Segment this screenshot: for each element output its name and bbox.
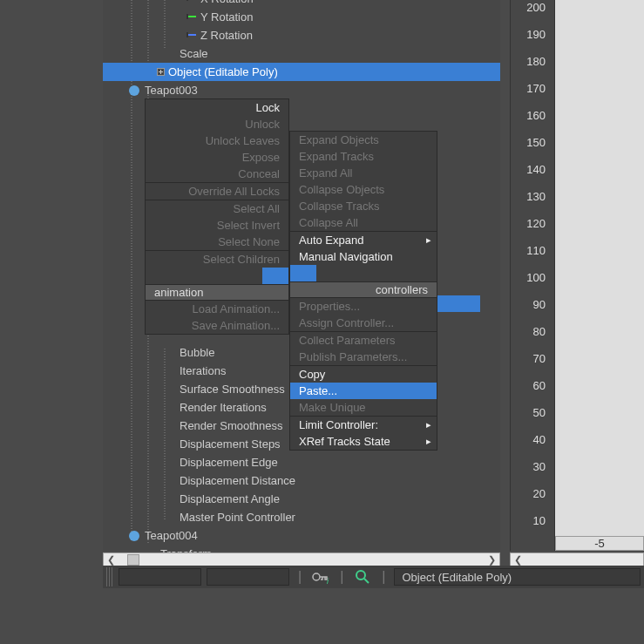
scroll-right-icon[interactable]: ❯ — [485, 553, 499, 566]
menu-unlock-leaves[interactable]: Unlock Leaves — [146, 132, 288, 149]
ruler-tick: 40 — [533, 433, 546, 446]
ruler-tick: 60 — [533, 379, 546, 392]
menu-assign-controller[interactable]: Assign Controller... — [290, 315, 437, 331]
ruler-tick: 10 — [533, 514, 546, 527]
object-dot-icon — [129, 531, 139, 541]
menu-collapse-all[interactable]: Collapse All — [290, 214, 437, 231]
scroll-track[interactable] — [525, 553, 643, 566]
menu-xref-tracks[interactable]: XRef Tracks State — [290, 433, 437, 450]
menu-unlock[interactable]: Unlock — [146, 116, 288, 132]
tree-master-point-controller[interactable]: Master Point Controller — [103, 508, 500, 526]
tree-label: Render Iterations — [180, 401, 267, 414]
menu-expand-objects[interactable]: Expand Objects — [290, 132, 437, 148]
tree-scale[interactable]: Scale — [103, 44, 500, 63]
key-info-icon[interactable]: i — [310, 567, 331, 586]
ruler-tick: 90 — [533, 298, 546, 311]
separator: | — [336, 569, 347, 585]
menu-highlight-extension — [437, 295, 480, 312]
menu-override-locks[interactable]: Override All Locks — [146, 183, 288, 200]
menu-copy[interactable]: Copy — [290, 366, 437, 383]
menu-collapse-objects[interactable]: Collapse Objects — [290, 181, 437, 198]
ruler-tick: 20 — [533, 487, 546, 500]
ruler-tick: 120 — [526, 217, 546, 230]
context-menu-left: Lock Unlock Unlock Leaves Expose Conceal… — [145, 98, 289, 335]
menu-collapse-tracks[interactable]: Collapse Tracks — [290, 198, 437, 214]
separator: | — [295, 569, 305, 585]
menu-publish-parameters[interactable]: Publish Parameters... — [290, 349, 437, 365]
tree-object-editable-poly[interactable]: Object (Editable Poly) — [103, 63, 500, 81]
tree-label: Displacement Edge — [180, 456, 278, 469]
ruler-tick: 160 — [526, 109, 546, 122]
ruler-tick: 200 — [526, 1, 546, 14]
tree-displacement-distance[interactable]: Displacement Distance — [103, 471, 500, 490]
menu-expose[interactable]: Expose — [146, 149, 288, 166]
menu-collect-parameters[interactable]: Collect Parameters — [290, 332, 437, 349]
tree-label: Object (Editable Poly) — [168, 65, 278, 78]
menu-expand-tracks[interactable]: Expand Tracks — [290, 148, 437, 165]
tree-label: Teapot004 — [145, 529, 198, 542]
menu-properties[interactable]: Properties... — [290, 298, 437, 315]
search-icon[interactable] — [352, 567, 373, 586]
menu-limit-controller[interactable]: Limit Controller: — [290, 417, 437, 433]
status-bar: | i | | Object (Editable Poly) — [103, 566, 644, 588]
ruler-canvas[interactable] — [555, 0, 644, 551]
tree-label: Master Point Controller — [180, 511, 295, 524]
tree-x-rotation[interactable]: X Rotation — [103, 0, 500, 8]
menu-load-animation[interactable]: Load Animation... — [146, 301, 288, 317]
context-menu-right: Expand Objects Expand Tracks Expand All … — [289, 131, 437, 451]
menu-conceal[interactable]: Conceal — [146, 166, 288, 182]
tree-teapot004[interactable]: Teapot004 — [103, 526, 500, 545]
tree-displacement-angle[interactable]: Displacement Angle — [103, 490, 500, 508]
tree-label: Iterations — [180, 364, 226, 377]
status-selected-label: Object (Editable Poly) — [394, 568, 641, 586]
z-axis-icon — [185, 30, 197, 42]
svg-point-6 — [356, 571, 365, 580]
tree-label: Z Rotation — [200, 29, 253, 42]
tree-z-rotation[interactable]: Z Rotation — [103, 26, 500, 44]
menu-select-all[interactable]: Select All — [146, 200, 288, 217]
menu-lock[interactable]: Lock — [146, 99, 288, 116]
scroll-left-icon[interactable]: ❮ — [104, 553, 119, 566]
tree-label: Render Smoothness — [180, 419, 283, 432]
status-field-1[interactable] — [119, 568, 201, 586]
svg-line-7 — [364, 579, 369, 583]
svg-text:i: i — [327, 577, 329, 586]
menu-manual-navigation[interactable]: Manual Navigation — [290, 248, 437, 265]
ruler-tick: 150 — [526, 136, 546, 149]
scroll-thumb[interactable] — [127, 554, 139, 566]
menu-join-block — [262, 268, 288, 284]
tree-teapot003[interactable]: Teapot003 — [103, 81, 500, 99]
menu-save-animation[interactable]: Save Animation... — [146, 317, 288, 334]
ruler-tick: 140 — [526, 163, 546, 176]
x-axis-icon — [185, 0, 197, 5]
tree-displacement-edge[interactable]: Displacement Edge — [103, 453, 500, 471]
menu-select-none[interactable]: Select None — [146, 234, 288, 250]
menu-select-invert[interactable]: Select Invert — [146, 217, 288, 234]
ruler-tick: 180 — [526, 55, 546, 68]
menu-select-children[interactable]: Select Children — [146, 251, 288, 268]
tree-label: Scale — [180, 47, 208, 60]
y-axis-icon — [185, 11, 197, 24]
menu-expand-all[interactable]: Expand All — [290, 165, 437, 181]
ruler-tick: 50 — [533, 406, 546, 419]
ruler-tick: 190 — [526, 28, 546, 41]
scroll-left-icon[interactable]: ❮ — [511, 553, 525, 566]
menu-auto-expand[interactable]: Auto Expand — [290, 232, 437, 248]
menu-paste[interactable]: Paste... — [290, 383, 437, 399]
grip-icon[interactable] — [106, 567, 113, 586]
expand-icon[interactable] — [157, 68, 165, 76]
menu-header-animation: animation — [146, 284, 288, 301]
tree-label: Teapot003 — [145, 84, 198, 97]
status-field-2[interactable] — [207, 568, 289, 586]
menu-header-controllers: controllers — [290, 281, 437, 298]
ruler-tick: 110 — [526, 244, 546, 257]
ruler-neg-label: -5 — [594, 537, 605, 550]
ruler-tick: 30 — [533, 460, 546, 473]
tree-label: Displacement Distance — [180, 474, 295, 487]
tree-y-rotation[interactable]: Y Rotation — [103, 8, 500, 26]
scroll-track[interactable] — [119, 553, 485, 566]
ruler-tick: 70 — [533, 352, 546, 365]
ruler-value-display: -5 — [555, 536, 644, 551]
ruler: 200 190 180 170 160 150 140 130 120 110 … — [510, 0, 555, 551]
menu-make-unique[interactable]: Make Unique — [290, 399, 437, 416]
